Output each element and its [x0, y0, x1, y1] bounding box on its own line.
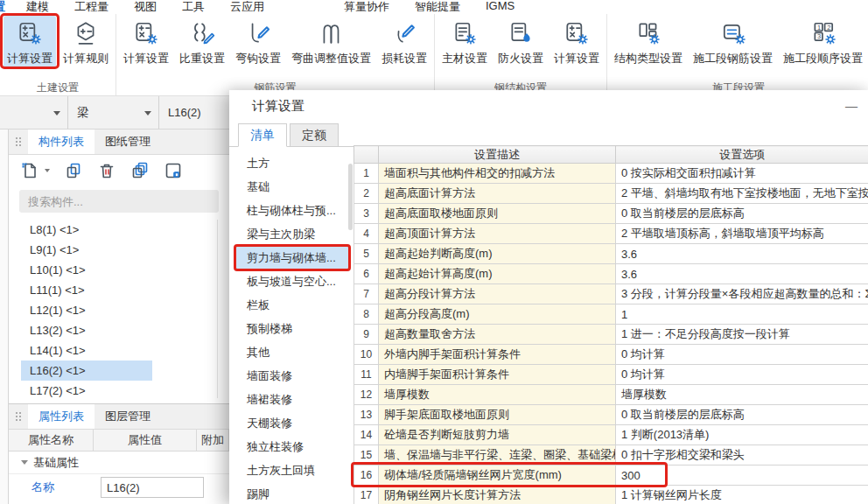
category-nav-item[interactable]: 预制楼梯 [234, 317, 350, 340]
section-order-icon: 123 [809, 19, 837, 47]
save-icon[interactable] [163, 160, 184, 181]
ribbon-button[interactable]: 防火设置 [494, 16, 547, 68]
setting-option[interactable]: 1 进一：不足分段高度按一段计算 [616, 325, 868, 345]
tab-component-list[interactable]: 构件列表 [28, 130, 94, 154]
minimize-icon[interactable]: — [845, 99, 858, 113]
setting-option[interactable]: 0 扣十字形相交梁和梁头 [616, 445, 868, 466]
ribbon-button[interactable]: 弯曲调整值设置 [288, 16, 374, 68]
category-nav-item[interactable]: 梁与主次肋梁 [234, 222, 350, 246]
settings-row: 9 超高数量取舍方法 1 进一：不足分段高度按一段计算 [354, 325, 868, 345]
category-nav-item[interactable]: 栏板 [234, 293, 350, 317]
component-list-item[interactable]: L10(1) <1> [21, 260, 152, 280]
setting-option[interactable]: 0 均计算 [616, 345, 868, 365]
component-list-item[interactable]: L13(2) <1> [21, 320, 152, 340]
tab-bill-of-quantities[interactable]: 清单 [238, 123, 287, 147]
component-type-dropdown[interactable]: 梁 [68, 96, 159, 129]
component-list-item[interactable]: L14(1) <1> [21, 340, 152, 360]
tab-property-list[interactable]: 属性列表 [28, 404, 94, 429]
ribbon-button[interactable]: 计算设置 [120, 16, 172, 68]
ribbon-button[interactable]: 结构类型设置 [611, 16, 686, 68]
category-nav: 土方基础柱与砌体柱与预...梁与主次肋梁剪力墙与砌体墙...板与坡道与空心...… [234, 151, 350, 504]
menu-tab[interactable]: 云应用 [230, 0, 264, 15]
menu-tab-active-partial[interactable]: 置 [0, 0, 3, 15]
drag-handle-icon[interactable] [16, 136, 24, 147]
category-nav-item[interactable]: 独立柱装修 [234, 435, 350, 458]
new-component-icon[interactable] [19, 160, 40, 181]
ribbon-button[interactable]: 计算设置 [550, 16, 603, 68]
drag-handle-icon[interactable] [16, 411, 24, 422]
category-nav-item[interactable]: 其他 [234, 340, 350, 364]
category-nav-item[interactable]: 墙裙装修 [234, 388, 350, 411]
category-nav-item[interactable]: 墙面装修 [234, 364, 350, 388]
component-list-item[interactable]: L12(1) <1> [21, 300, 152, 320]
category-nav-item[interactable]: 土方灰土回填 [234, 458, 350, 482]
ribbon-button[interactable]: 主材设置 [438, 16, 491, 68]
component-toolbar [9, 155, 229, 186]
property-group-basic[interactable]: 基础属性 [9, 452, 229, 474]
category-nav-item[interactable]: 土方 [234, 151, 350, 175]
component-list-item[interactable]: L9(1) <1> [21, 240, 152, 260]
menu-tab[interactable]: 工程量 [74, 0, 108, 15]
setting-option[interactable]: 0 均计算 [616, 365, 868, 385]
category-nav-item[interactable]: 剪力墙与砌体墙... [234, 246, 350, 270]
component-search [19, 190, 220, 213]
loss-settings-icon [390, 19, 418, 47]
row-number: 8 [354, 304, 379, 325]
component-list-item[interactable]: L17(2) <1> [21, 381, 152, 398]
floor-dropdown[interactable] [0, 96, 68, 129]
property-name-input[interactable] [101, 477, 204, 498]
component-list-item[interactable]: L8(1) <1> [21, 220, 152, 240]
menu-tab[interactable]: 工具 [182, 0, 205, 15]
property-panel-tabs: 属性列表 图层管理 [9, 404, 229, 430]
ribbon-button[interactable]: 损耗设置 [378, 16, 430, 68]
settings-row: 3 超高底面取楼地面原则 0 取当前楼层的层底标高 [354, 204, 868, 224]
category-nav-item[interactable]: 板与坡道与空心... [234, 270, 350, 293]
menu-tab[interactable]: IGMS [486, 0, 514, 15]
menu-tab[interactable]: 智能提量 [415, 0, 460, 15]
setting-option[interactable]: 300 [616, 466, 868, 486]
column-setting-description: 设置描述 [379, 146, 616, 164]
ribbon-button[interactable]: 比重设置 [176, 16, 228, 68]
property-name-label: 名称 [9, 480, 101, 495]
setting-option[interactable]: 0 取当前楼层的层底标高 [616, 405, 868, 425]
menu-tab[interactable]: 建模 [26, 0, 49, 15]
setting-option[interactable]: 3.6 [616, 264, 868, 284]
setting-option[interactable]: 1 计算钢丝网片长度 [616, 486, 868, 504]
component-list-item[interactable]: L16(2) <1> [21, 360, 152, 381]
setting-option[interactable]: 1 判断(2013清单) [616, 425, 868, 445]
setting-option[interactable]: 3 分段，计算分段量×各段相应超高数量的总和：Σ分段 [616, 284, 868, 304]
ribbon-button[interactable]: 弯钩设置 [232, 16, 284, 68]
setting-option[interactable]: 0 按实际相交面积扣减计算 [616, 164, 868, 184]
category-nav-item[interactable]: 基础 [234, 175, 350, 199]
setting-option[interactable]: 墙厚模数 [616, 385, 868, 405]
ribbon-button[interactable]: 施工段钢筋设置 [690, 16, 776, 68]
delete-icon[interactable] [96, 160, 117, 181]
component-list: L8(1) <1>L9(1) <1>L10(1) <1>L11(1) <1>L1… [9, 220, 218, 398]
setting-option[interactable]: 2 平墙、斜墙均取有地下室按楼地面，无地下室按室外 [616, 184, 868, 204]
menu-tab[interactable]: 视图 [134, 0, 157, 15]
copy-icon[interactable] [63, 160, 84, 181]
tab-quota[interactable]: 定额 [290, 123, 339, 147]
tab-layer-management[interactable]: 图层管理 [94, 404, 161, 429]
ribbon-group-construction-section-settings: 结构类型设置 施工段钢筋设置 123 施工段顺序设置 施工段设置 [607, 14, 868, 95]
setting-option[interactable]: 3.6 [616, 244, 868, 264]
menu-tab[interactable]: 算量协作 [344, 0, 389, 15]
settings-row: 6 超高起始计算高度(m) 3.6 [354, 264, 868, 284]
ribbon-button[interactable]: 计算设置 [4, 16, 56, 68]
column-property-value: 属性值 [94, 430, 197, 451]
category-nav-item[interactable]: 柱与砌体柱与预... [234, 199, 350, 222]
setting-description: 外墙内脚手架面积计算条件 [379, 345, 616, 365]
setting-option[interactable]: 0 取当前楼层的层底标高 [616, 204, 868, 224]
tab-drawing-management[interactable]: 图纸管理 [94, 130, 161, 154]
category-nav-item[interactable]: 天棚装修 [234, 411, 350, 435]
setting-option[interactable]: 2 平墙取墙顶标高，斜墙取墙顶平均标高 [616, 224, 868, 244]
ribbon-button[interactable]: 123 施工段顺序设置 [780, 16, 866, 68]
nav-scrollbar-thumb[interactable] [348, 164, 353, 230]
setting-option[interactable]: 1 [616, 304, 868, 325]
category-nav-item[interactable]: 踢脚 [234, 482, 350, 504]
batch-copy-icon[interactable] [130, 160, 150, 181]
ribbon-button[interactable]: 计算规则 [60, 16, 112, 68]
search-input[interactable] [19, 190, 219, 213]
component-list-item[interactable]: L11(1) <1> [21, 280, 152, 300]
settings-row: 5 超高起始判断高度(m) 3.6 [354, 244, 868, 264]
